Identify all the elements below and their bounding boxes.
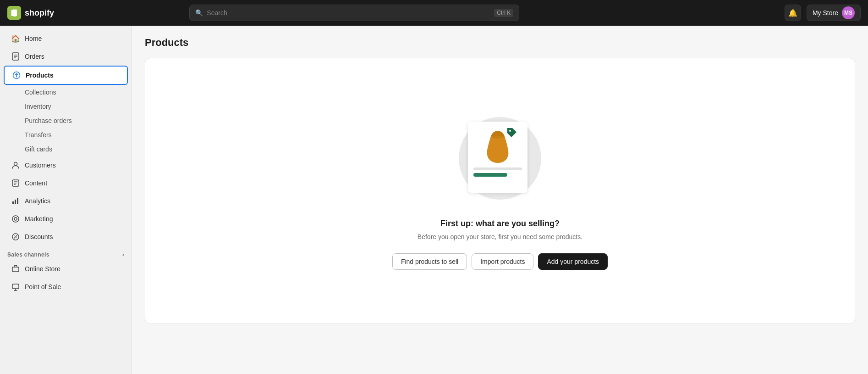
shopify-logo: shopify: [7, 6, 54, 20]
customers-icon: [11, 161, 20, 170]
analytics-icon: [11, 196, 20, 206]
find-products-button[interactable]: Find products to sell: [392, 253, 467, 270]
transfers-label: Transfers: [25, 131, 52, 139]
empty-state-title: First up: what are you selling?: [440, 219, 560, 229]
search-shortcut: Ctrl K: [494, 9, 513, 17]
product-illustration: [454, 112, 546, 204]
search-icon: 🔍: [195, 9, 203, 17]
sidebar-item-transfers[interactable]: Transfers: [4, 128, 128, 142]
tag-svg: [505, 126, 518, 139]
illus-lines: [473, 167, 522, 177]
illus-card: [468, 122, 527, 193]
sidebar-item-label: Analytics: [25, 197, 50, 205]
main-content: Products: [132, 26, 868, 374]
sidebar-item-label: Products: [26, 72, 54, 79]
svg-point-19: [491, 134, 505, 139]
products-icon: [12, 71, 21, 80]
add-products-button[interactable]: Add your products: [538, 253, 608, 270]
sidebar-item-label: Point of Sale: [25, 283, 61, 290]
sidebar-item-collections[interactable]: Collections: [4, 85, 128, 99]
bell-icon: 🔔: [788, 9, 797, 17]
home-icon: 🏠: [11, 34, 20, 43]
sidebar-item-customers[interactable]: Customers: [4, 156, 128, 174]
sidebar-item-label: Online Store: [25, 265, 60, 273]
sidebar-item-products[interactable]: Products: [4, 66, 128, 85]
point-of-sale-icon: [11, 282, 20, 291]
svg-point-15: [14, 218, 17, 220]
sidebar-item-online-store[interactable]: Online Store: [4, 260, 128, 278]
discounts-icon: [11, 232, 20, 241]
sidebar-item-home[interactable]: 🏠 Home: [4, 30, 128, 47]
svg-point-6: [14, 162, 17, 166]
search-input[interactable]: [207, 9, 490, 17]
sidebar-item-gift-cards[interactable]: Gift cards: [4, 142, 128, 156]
avatar: MS: [842, 6, 855, 19]
sidebar-item-label: Customers: [25, 162, 56, 169]
sidebar-item-analytics[interactable]: Analytics: [4, 192, 128, 210]
inventory-label: Inventory: [25, 103, 51, 110]
action-buttons: Find products to sell Import products Ad…: [392, 253, 608, 270]
purchase-orders-label: Purchase orders: [25, 117, 72, 124]
svg-rect-11: [12, 201, 14, 204]
sales-channels-label: Sales channels: [7, 251, 49, 258]
empty-state-subtitle: Before you open your store, first you ne…: [418, 233, 582, 240]
store-name: My Store: [813, 9, 838, 17]
notifications-button[interactable]: 🔔: [785, 5, 801, 21]
empty-state-card: First up: what are you selling? Before y…: [145, 58, 855, 324]
logo-text: shopify: [25, 8, 54, 18]
page-title: Products: [145, 37, 855, 49]
gift-cards-label: Gift cards: [25, 145, 52, 153]
svg-rect-18: [12, 284, 19, 289]
sidebar-item-orders[interactable]: Orders: [4, 48, 128, 65]
top-navigation: shopify 🔍 Ctrl K 🔔 My Store MS: [0, 0, 868, 26]
svg-point-14: [12, 216, 19, 222]
svg-rect-12: [15, 200, 16, 204]
topnav-right: 🔔 My Store MS: [785, 5, 861, 21]
sidebar-item-discounts[interactable]: Discounts: [4, 228, 128, 246]
search-bar[interactable]: 🔍 Ctrl K: [189, 5, 519, 21]
illus-vase-container: [482, 127, 514, 164]
sidebar-item-inventory[interactable]: Inventory: [4, 100, 128, 113]
sidebar-item-point-of-sale[interactable]: Point of Sale: [4, 278, 128, 296]
sidebar-item-marketing[interactable]: Marketing: [4, 210, 128, 228]
svg-rect-13: [17, 198, 18, 204]
illus-line-green: [473, 173, 507, 177]
sidebar-item-label: Home: [25, 35, 42, 42]
import-products-button[interactable]: Import products: [472, 253, 533, 270]
sales-channels-header: Sales channels ›: [0, 246, 132, 260]
marketing-icon: [11, 214, 20, 223]
store-button[interactable]: My Store MS: [807, 5, 861, 21]
sidebar-item-content[interactable]: Content: [4, 174, 128, 192]
collections-label: Collections: [25, 89, 56, 96]
illus-line-gray: [473, 167, 522, 170]
orders-icon: [11, 52, 20, 61]
content-icon: [11, 179, 20, 188]
chevron-right-icon: ›: [122, 251, 124, 258]
sidebar-item-label: Content: [25, 179, 47, 187]
sidebar-item-purchase-orders[interactable]: Purchase orders: [4, 114, 128, 128]
sidebar-item-label: Marketing: [25, 215, 53, 223]
svg-point-20: [509, 130, 511, 132]
online-store-icon: [11, 264, 20, 274]
sidebar-item-label: Orders: [25, 53, 44, 60]
sidebar-item-label: Discounts: [25, 233, 53, 240]
svg-rect-17: [12, 267, 19, 272]
sidebar: 🏠 Home Orders Products: [0, 26, 132, 374]
layout: 🏠 Home Orders Products: [0, 0, 868, 374]
